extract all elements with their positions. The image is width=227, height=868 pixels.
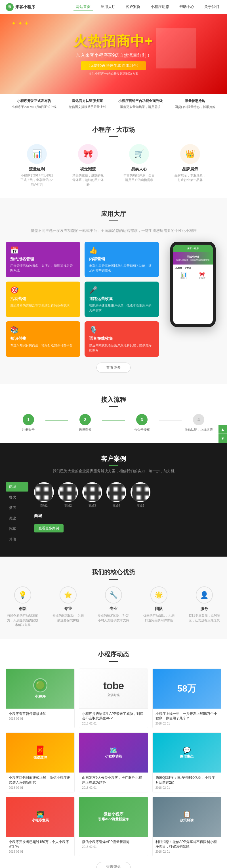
dynamics-card-body-2: 小程序是否给原生APP带来了威胁，到底会不会取代原生APP 2018-02-01 — [79, 709, 148, 728]
dynamics-card-9[interactable]: 📋 政策解读 利好消息！微信APP分享将不再限制小程序类目，打破营销禁区 201… — [152, 797, 221, 857]
adv-title-service: 服务 — [187, 606, 221, 612]
dynamics-img-3: 58万 — [153, 669, 221, 709]
qr-box-3 — [82, 482, 102, 502]
process-label-1: 注册账号 — [11, 428, 45, 432]
app-card-icon: 🎤 — [89, 286, 155, 294]
phone-icon-item: 📊 流量红包 — [181, 272, 187, 280]
app-card-activity[interactable]: 🎯 活动营销 形式多样的营销活动功能满足你的业务需求 — [6, 282, 80, 317]
app-hall-subtitle: 覆盖不同主题开发发布功能的一站式平台，全面满足您的运营需求，一键生成您所需要的个… — [6, 228, 221, 233]
dynamics-card-3[interactable]: 58万 小程序上线一年，一共开发上线58万个小程序，你使用了几个？ 2018-0… — [152, 669, 221, 728]
dynamics-card-body-9: 利好消息！微信APP分享将不再限制小程序类目，打破营销禁区 2018-02-01 — [153, 837, 221, 856]
dynamics-card-title-2: 小程序是否给原生APP带来了威胁，到底会不会取代原生APP — [82, 711, 145, 721]
cases-detail-btn[interactable]: 查看更多案例 — [34, 524, 64, 532]
app-card-icon: 🎯 — [10, 286, 76, 294]
dynamics-card-4[interactable]: 🧧 微信红包 小程序红包封面正式上线，微信小程序正式进入营销新时代 2018-0… — [6, 733, 75, 793]
dynamics-card-date-1: 2018-02-01 — [9, 717, 72, 720]
qr-item-4: 商城4 — [106, 482, 126, 508]
dynamics-more-btn[interactable]: 查看更多 — [97, 862, 130, 868]
adv-item-service: 👤 服务 1对1专属客服，及时响应，让您没有后顾之忧 — [187, 586, 221, 627]
nav-link-帮助中心[interactable]: 帮助中心 — [177, 3, 196, 11]
scroll-down-btn[interactable]: ▼ — [219, 434, 227, 443]
policy-text: 政策解读 — [180, 818, 193, 823]
process-circle-1: 1 — [23, 414, 34, 425]
phone-screen-header: 来客小程序 — [173, 245, 213, 252]
qr-item-5: 商城5 — [130, 482, 150, 508]
cases-sidebar-item-hotel[interactable]: 酒店 — [6, 503, 28, 513]
app-card-title: 预约报名管理 — [10, 256, 76, 262]
market-item-title: 易实人心 — [122, 167, 156, 172]
cases-main: 商城1 商城2 商城3 商城4 商城5 商城 — [34, 482, 221, 545]
dynamics-img-7: 👨‍💻 小程序发展 — [6, 797, 74, 837]
info-item-desc: 微信图文排版助手限量上线 — [69, 104, 106, 110]
phone-icon: 📊 — [181, 272, 187, 277]
dynamics-section: 小程序动态 🟢 小程序 小程序春节暂停审核通知 2018-02-01 tobe … — [0, 639, 227, 868]
nav-link-客户案例[interactable]: 客户案例 — [123, 3, 143, 11]
app-card-booking[interactable]: 📅 预约报名管理 用来管理活动的报名，如演讲、培训等报名管理系统 — [6, 242, 80, 277]
phone-icons-row: 📊 流量红包 🎀 视觉运营 — [175, 272, 211, 280]
advantages-title: 我们的核心优势 — [6, 568, 221, 577]
scroll-up-btn[interactable]: ▲ — [219, 425, 227, 434]
dynamics-img-8: 微信小程序 引爆APP流量新蓝海 — [79, 797, 148, 837]
info-item: 小程序开发正式发布告 小程序于2017年1月9日正式上线 — [12, 98, 56, 110]
dynamics-card-6[interactable]: 💬 微信生态 腾讯Q3财报：日均登陆10亿次，小程序月活超过2亿 2018-02… — [152, 733, 221, 793]
advantages-divider — [109, 579, 118, 580]
adv-title-pro1: 专业 — [51, 606, 85, 612]
nav-link-应用大厅[interactable]: 应用大厅 — [99, 3, 118, 11]
dynamics-card-date-2: 2018-02-01 — [82, 722, 145, 725]
app-card-voice[interactable]: 🎙️ 语音在线收集 快速高效收集语音用户意见和反馈，提供更好的服务 — [84, 321, 159, 357]
cases-sidebar-item-other[interactable]: 其他 — [6, 535, 28, 544]
market-item-flow: 📊 流量红利 小程序于2017年1月9日正式上线，坐享腾讯9亿用户红利 — [20, 144, 54, 187]
dev-text: 小程序发展 — [32, 818, 49, 823]
nav-links: 网站首页应用大厅客户案例小程序动态帮助中心关于我们 — [74, 3, 221, 11]
dynamics-img-4: 🧧 微信红包 — [6, 733, 74, 773]
cases-sidebar-item-mall[interactable]: 商城 — [6, 482, 28, 492]
app-card-content[interactable]: 👍 内容营销 丰富内容分享传播以及内容营销相关功能，满足内容营销需求 — [84, 242, 159, 277]
cases-section: 客户案例 我们已为大量的企业提供服务解决方案，相信我们的实力，每一步，助力机 商… — [0, 443, 227, 557]
info-item-title: 小程序开发正式发布告 — [12, 98, 56, 103]
hero-stars: ✦ ✦ ✦ — [11, 20, 29, 27]
adv-title-pro2: 专业 — [97, 606, 130, 612]
dynamics-card-body-1: 小程序春节暂停审核通知 2018-02-01 — [6, 709, 74, 723]
ignite-text: 微信小程序 — [104, 812, 123, 817]
app-hall-section: 应用大厅 覆盖不同主题开发发布功能的一站式平台，全面满足您的运营需求，一键生成您… — [0, 198, 227, 384]
process-step-2: 2 选择套餐 — [68, 414, 102, 432]
nav-link-关于我们[interactable]: 关于我们 — [202, 3, 221, 11]
cases-sidebar-item-auto[interactable]: 汽车 — [6, 524, 28, 534]
nav-link-小程序动态[interactable]: 小程序动态 — [148, 3, 172, 11]
adv-item-team: 🌟 团队 优秀的产品团队，为您打造完美的用户体验 — [142, 586, 176, 627]
dynamics-card-5[interactable]: 🗺️ 小程序功能 山东发布9大分类小程序，推广服务小程序正在成为趋势 2018-… — [79, 733, 148, 793]
ignite-subtext: 引爆APP流量新蓝海 — [98, 817, 129, 822]
app-card-desc: 帮助您快速收集用户信息，低成本收集用户的具体需求 — [89, 303, 155, 313]
phone-banner-subtitle: 同城生活服务，激活你的微信营销红利 — [176, 259, 210, 262]
dynamics-card-2[interactable]: tobe 立淇时光 小程序是否给原生APP带来了威胁，到底会不会取代原生APP … — [79, 669, 148, 728]
app-card-knowledge[interactable]: 📚 知识付费 专注为知识付费而生，轻松打造知识付费平台 — [6, 321, 80, 357]
app-card-collect[interactable]: 🎤 道路运营收集 帮助您快速收集用户信息，低成本收集用户的具体需求 — [84, 282, 159, 317]
cases-sidebar-item-food[interactable]: 餐饮 — [6, 493, 28, 502]
cases-qr-row: 商城1 商城2 商城3 商城4 商城5 — [34, 482, 221, 508]
dynamics-card-1[interactable]: 🟢 小程序 小程序春节暂停审核通知 2018-02-01 — [6, 669, 75, 728]
market-icon-flow: 📊 — [27, 144, 47, 164]
dynamics-img-6: 💬 微信生态 — [153, 733, 221, 773]
market-item-title: 流量红利 — [20, 167, 54, 172]
qr-inner-3 — [84, 484, 101, 501]
process-step-3: 3 公众号授权 — [125, 414, 159, 432]
dynamics-card-body-6: 腾讯Q3财报：日均登陆10亿次，小程序月活超过2亿 2018-02-01 — [153, 773, 221, 792]
info-item: 腾讯官方认证服务商 微信图文排版助手限量上线 — [69, 98, 106, 110]
dynamics-card-7[interactable]: 👨‍💻 小程序发展 小程序开发者已超过150万，个人小程序占37% 2018-0… — [6, 797, 75, 857]
app-card-desc: 专注为知识付费而生，轻松打造知识付费平台 — [10, 343, 76, 348]
dynamics-title: 小程序动态 — [6, 650, 221, 659]
policy-icon: 📋 — [183, 811, 191, 818]
market-title: 小程序 · 大市场 — [6, 126, 221, 134]
phone-mockup: 来客小程序 同城小程序 同城生活服务，激活你的微信营销红利 小程序 · 大市场 … — [164, 242, 221, 327]
app-hall-more-btn[interactable]: 查看更多 — [97, 363, 130, 373]
cases-title: 客户案例 — [6, 455, 221, 463]
cases-sidebar-item-beauty[interactable]: 美业 — [6, 514, 28, 523]
qr-inner-4 — [108, 484, 125, 501]
adv-desc-innovate: 持续创新的产品研发能力，为您提供领先的技术解决方案 — [6, 613, 40, 627]
dynamics-card-title-9: 利好消息！微信APP分享将不再限制小程序类目，打破营销禁区 — [155, 840, 218, 849]
dynamics-card-8[interactable]: 微信小程序 引爆APP流量新蓝海 微信小程序引爆APP流量新蓝海 2018-02… — [79, 797, 148, 857]
cases-subtitle: 我们已为大量的企业提供服务解决方案，相信我们的实力，每一步，助力机 — [6, 468, 221, 474]
nav-link-网站首页[interactable]: 网站首页 — [74, 3, 93, 11]
qr-inner-5 — [132, 484, 149, 501]
process-circle-2: 2 — [79, 414, 91, 425]
